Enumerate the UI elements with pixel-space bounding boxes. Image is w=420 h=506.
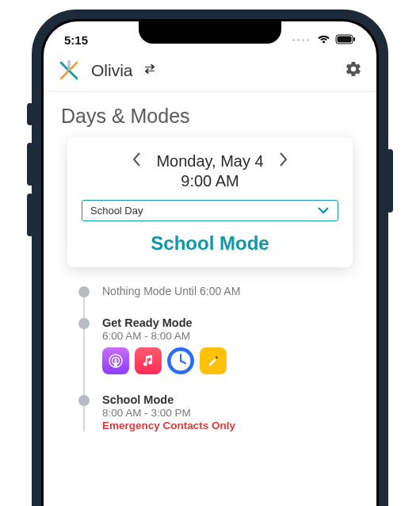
timeline-muted-title: Nothing Mode Until 6:00 AM	[102, 285, 353, 297]
selected-time: 9:00 AM	[82, 172, 338, 190]
day-type-value: School Day	[90, 205, 143, 217]
notch	[139, 21, 281, 44]
app-header: Olivia	[44, 52, 376, 92]
day-type-select[interactable]: School Day	[82, 200, 338, 221]
svg-rect-1	[338, 36, 352, 42]
svg-rect-2	[353, 37, 355, 41]
wifi-icon	[317, 33, 330, 47]
clock-app-icon	[167, 347, 194, 374]
pagination-dots	[292, 39, 309, 41]
timeline-title: Get Ready Mode	[102, 316, 353, 329]
app-logo-icon	[58, 59, 80, 82]
next-day-button[interactable]	[278, 151, 288, 171]
prev-day-button[interactable]	[132, 151, 142, 171]
timeline-dot-icon	[78, 286, 90, 297]
date-mode-card: Monday, May 4 9:00 AM School Day School …	[67, 137, 353, 267]
timeline: Nothing Mode Until 6:00 AM Get Ready Mod…	[78, 285, 353, 431]
svg-point-13	[180, 360, 182, 362]
timeline-item[interactable]: School Mode 8:00 AM - 3:00 PM Emergency …	[78, 393, 353, 431]
svg-point-8	[114, 358, 116, 361]
page-title: Days & Modes	[44, 92, 376, 137]
timeline-alert: Emergency Contacts Only	[102, 420, 353, 431]
allowed-apps	[102, 347, 353, 374]
notes-app-icon	[200, 347, 227, 374]
phone-frame: 5:15 Olivia	[32, 10, 388, 506]
music-app-icon	[135, 347, 162, 374]
screen: 5:15 Olivia	[44, 21, 376, 506]
status-time: 5:15	[64, 33, 88, 47]
podcast-app-icon	[102, 347, 129, 374]
timeline-range: 6:00 AM - 8:00 AM	[102, 330, 353, 342]
selected-date: Monday, May 4	[156, 152, 263, 171]
timeline-title: School Mode	[102, 393, 353, 406]
timeline-item[interactable]: Nothing Mode Until 6:00 AM	[78, 285, 353, 297]
timeline-dot-icon	[78, 395, 90, 406]
swap-profile-icon[interactable]	[143, 62, 157, 79]
chevron-down-icon	[317, 205, 330, 217]
battery-icon	[335, 33, 356, 47]
timeline-dot-icon	[78, 318, 90, 329]
active-mode-label: School Mode	[82, 232, 338, 255]
profile-name[interactable]: Olivia	[91, 61, 133, 80]
settings-gear-icon[interactable]	[345, 60, 362, 81]
timeline-item[interactable]: Get Ready Mode 6:00 AM - 8:00 AM	[78, 316, 353, 374]
timeline-range: 8:00 AM - 3:00 PM	[102, 407, 353, 419]
